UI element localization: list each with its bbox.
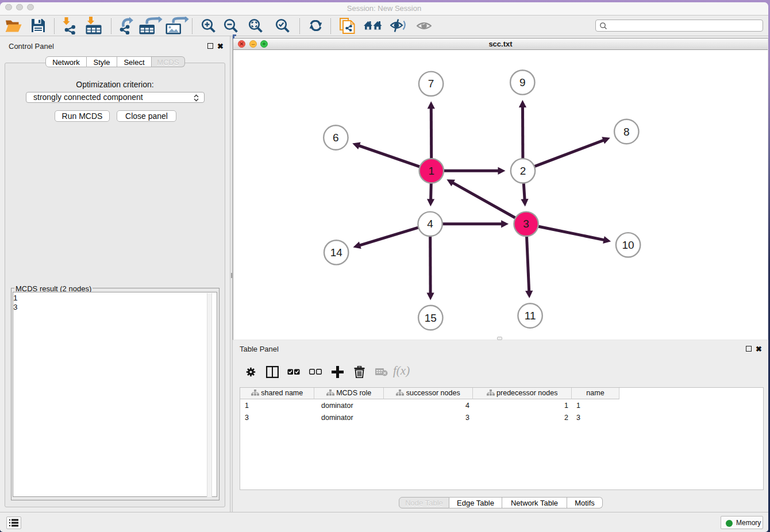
svg-text:15: 15 <box>425 312 437 324</box>
svg-text:9: 9 <box>519 76 526 88</box>
svg-text:11: 11 <box>525 310 536 322</box>
svg-text:4: 4 <box>427 218 433 230</box>
svg-text:8: 8 <box>623 126 630 138</box>
svg-text:7: 7 <box>428 78 434 90</box>
svg-text:10: 10 <box>622 239 634 251</box>
svg-text:1: 1 <box>429 165 435 177</box>
svg-text:2: 2 <box>520 165 526 177</box>
svg-text:6: 6 <box>333 132 339 144</box>
svg-text:3: 3 <box>523 218 529 230</box>
svg-text:14: 14 <box>330 246 343 259</box>
